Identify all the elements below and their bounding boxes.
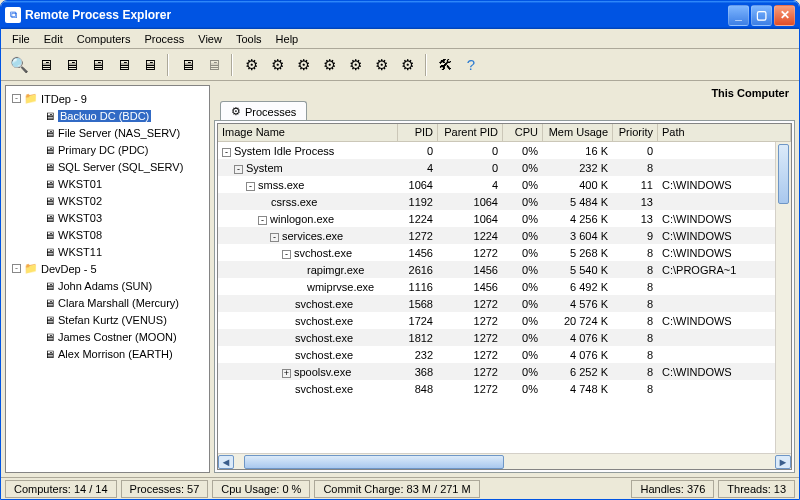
- tree-node[interactable]: 🖥WKST02: [8, 192, 207, 209]
- expand-icon[interactable]: -: [234, 165, 243, 174]
- expand-icon[interactable]: -: [12, 264, 21, 273]
- process-row[interactable]: rapimgr.exe261614560%5 540 K8C:\PROGRA~1: [218, 261, 791, 278]
- process-row[interactable]: -System Idle Process000%16 K0: [218, 142, 791, 159]
- status-processes: Processes: 57: [121, 480, 209, 498]
- window-title: Remote Process Explorer: [25, 8, 726, 22]
- col-cpu[interactable]: CPU: [503, 124, 543, 141]
- edit-computer-icon[interactable]: 🖥: [85, 53, 109, 77]
- computer-tree[interactable]: -📁ITDep - 9🖥Backuo DC (BDC)🖥File Server …: [5, 85, 210, 473]
- tree-node[interactable]: 🖥John Adams (SUN): [8, 277, 207, 294]
- tree-node[interactable]: 🖥SQL Server (SQL_SERV): [8, 158, 207, 175]
- menu-computers[interactable]: Computers: [70, 31, 138, 47]
- expand-icon[interactable]: -: [222, 148, 231, 157]
- tree-node[interactable]: 🖥WKST11: [8, 243, 207, 260]
- scroll-track[interactable]: [234, 455, 775, 469]
- expand-icon[interactable]: -: [258, 216, 267, 225]
- process-row[interactable]: -services.exe127212240%3 604 K9C:\WINDOW…: [218, 227, 791, 244]
- scroll-left-icon[interactable]: ◄: [218, 455, 234, 469]
- menu-process[interactable]: Process: [138, 31, 192, 47]
- col-parent-pid[interactable]: Parent PID: [438, 124, 503, 141]
- menu-file[interactable]: File: [5, 31, 37, 47]
- node-icon: 🖥: [44, 331, 55, 343]
- process-search-icon[interactable]: ⚙: [395, 53, 419, 77]
- close-button[interactable]: ✕: [774, 5, 795, 26]
- process-name: svchost.exe: [295, 383, 353, 395]
- process-priority-icon[interactable]: ⚙: [317, 53, 341, 77]
- menu-edit[interactable]: Edit: [37, 31, 70, 47]
- grid-header[interactable]: Image Name PID Parent PID CPU Mem Usage …: [218, 124, 791, 142]
- maximize-button[interactable]: ▢: [751, 5, 772, 26]
- process-row[interactable]: +spoolsv.exe36812720%6 252 K8C:\WINDOWS: [218, 363, 791, 380]
- process-info-icon[interactable]: ⚙: [369, 53, 393, 77]
- help-icon[interactable]: ?: [459, 53, 483, 77]
- menu-tools[interactable]: Tools: [229, 31, 269, 47]
- scroll-thumb[interactable]: [244, 455, 504, 469]
- process-row[interactable]: svchost.exe172412720%20 724 K8C:\WINDOWS: [218, 312, 791, 329]
- minimize-button[interactable]: _: [728, 5, 749, 26]
- favorite-computer-icon[interactable]: 🖥: [137, 53, 161, 77]
- process-row[interactable]: svchost.exe84812720%4 748 K8: [218, 380, 791, 397]
- tree-node[interactable]: 🖥WKST01: [8, 175, 207, 192]
- settings-icon[interactable]: 🛠: [433, 53, 457, 77]
- cell-priority: 8: [613, 314, 658, 328]
- find-computer-icon[interactable]: 🔍: [7, 53, 31, 77]
- node-label: Backuo DC (BDC): [58, 110, 151, 122]
- expand-icon[interactable]: -: [12, 94, 21, 103]
- connect-icon[interactable]: 🖥: [175, 53, 199, 77]
- process-row[interactable]: wmiprvse.exe111614560%6 492 K8: [218, 278, 791, 295]
- process-grid[interactable]: Image Name PID Parent PID CPU Mem Usage …: [217, 123, 792, 470]
- cell-priority: 9: [613, 229, 658, 243]
- tree-node[interactable]: -📁ITDep - 9: [8, 90, 207, 107]
- menu-view[interactable]: View: [191, 31, 229, 47]
- tree-node[interactable]: 🖥Primary DC (PDC): [8, 141, 207, 158]
- status-handles: Handles: 376: [631, 480, 714, 498]
- tab-processes[interactable]: ⚙ Processes: [220, 101, 307, 121]
- tree-node[interactable]: 🖥Clara Marshall (Mercury): [8, 294, 207, 311]
- process-kill-icon[interactable]: ⚙: [291, 53, 315, 77]
- cell-cpu: 0%: [503, 280, 543, 294]
- tree-node[interactable]: 🖥File Server (NAS_SERV): [8, 124, 207, 141]
- vertical-scrollbar[interactable]: [775, 142, 791, 453]
- col-mem[interactable]: Mem Usage: [543, 124, 613, 141]
- tree-node[interactable]: 🖥Backuo DC (BDC): [8, 107, 207, 124]
- cell-path: C:\WINDOWS: [658, 229, 791, 243]
- process-refresh-icon[interactable]: ⚙: [343, 53, 367, 77]
- tree-node[interactable]: 🖥Stefan Kurtz (VENUS): [8, 311, 207, 328]
- process-new-icon[interactable]: ⚙: [239, 53, 263, 77]
- process-row[interactable]: -winlogon.exe122410640%4 256 K13C:\WINDO…: [218, 210, 791, 227]
- remove-computer-icon[interactable]: 🖥: [111, 53, 135, 77]
- process-row[interactable]: -svchost.exe145612720%5 268 K8C:\WINDOWS: [218, 244, 791, 261]
- process-row[interactable]: svchost.exe181212720%4 076 K8: [218, 329, 791, 346]
- add-computer-plus-icon[interactable]: 🖥: [59, 53, 83, 77]
- horizontal-scrollbar[interactable]: ◄ ►: [218, 453, 791, 469]
- process-row[interactable]: svchost.exe156812720%4 576 K8: [218, 295, 791, 312]
- tree-node[interactable]: 🖥WKST08: [8, 226, 207, 243]
- disconnect-icon[interactable]: 🖥: [201, 53, 225, 77]
- expand-icon[interactable]: +: [282, 369, 291, 378]
- separator-icon: [167, 54, 169, 76]
- col-path[interactable]: Path: [658, 124, 791, 141]
- titlebar[interactable]: ⧉ Remote Process Explorer _ ▢ ✕: [1, 1, 799, 29]
- scroll-right-icon[interactable]: ►: [775, 455, 791, 469]
- process-stop-icon[interactable]: ⚙: [265, 53, 289, 77]
- add-computer-icon[interactable]: 🖥: [33, 53, 57, 77]
- col-pid[interactable]: PID: [398, 124, 438, 141]
- tree-node[interactable]: 🖥James Costner (MOON): [8, 328, 207, 345]
- process-row[interactable]: svchost.exe23212720%4 076 K8: [218, 346, 791, 363]
- tree-node[interactable]: -📁DevDep - 5: [8, 260, 207, 277]
- process-row[interactable]: csrss.exe119210640%5 484 K13: [218, 193, 791, 210]
- expand-icon[interactable]: -: [246, 182, 255, 191]
- scroll-thumb[interactable]: [778, 144, 789, 204]
- cell-path: [658, 337, 791, 339]
- cell-pid: 1456: [398, 246, 438, 260]
- expand-icon[interactable]: -: [282, 250, 291, 259]
- tree-node[interactable]: 🖥Alex Morrison (EARTH): [8, 345, 207, 362]
- tree-node[interactable]: 🖥WKST03: [8, 209, 207, 226]
- grid-body[interactable]: -System Idle Process000%16 K0-System400%…: [218, 142, 791, 453]
- process-row[interactable]: -smss.exe106440%400 K11C:\WINDOWS: [218, 176, 791, 193]
- col-priority[interactable]: Priority: [613, 124, 658, 141]
- col-image-name[interactable]: Image Name: [218, 124, 398, 141]
- process-row[interactable]: -System400%232 K8: [218, 159, 791, 176]
- menu-help[interactable]: Help: [269, 31, 306, 47]
- expand-icon[interactable]: -: [270, 233, 279, 242]
